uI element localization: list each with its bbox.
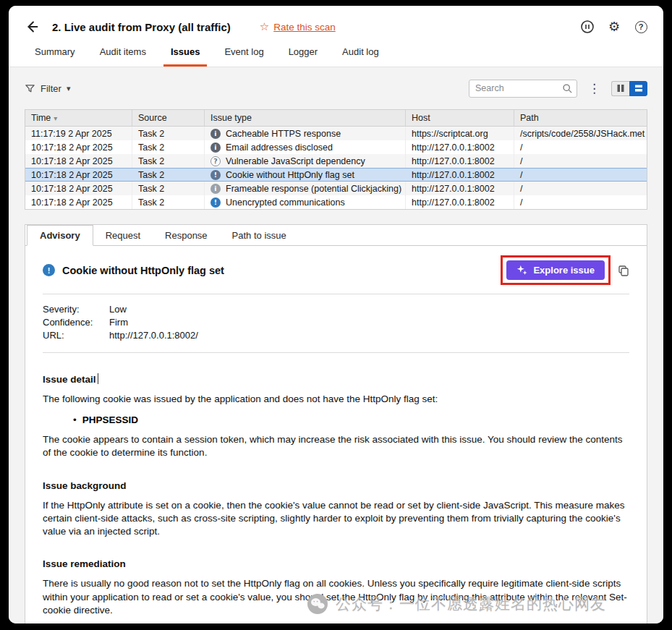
- issue-detail-paragraph: The following cookie was issued by the a…: [43, 393, 629, 406]
- rows-view-icon: [634, 84, 643, 93]
- column-header-time[interactable]: Time ▾: [25, 110, 132, 126]
- tab-logger[interactable]: Logger: [281, 42, 325, 67]
- issue-background-heading: Issue background: [43, 480, 629, 491]
- help-icon: ?: [635, 21, 647, 33]
- alert-icon: !: [210, 170, 221, 180]
- rate-this-scan-link[interactable]: ☆ Rate this scan: [260, 20, 336, 33]
- issues-table: Time ▾ Source Issue type Host Path 11:17…: [25, 109, 647, 210]
- gear-icon: ⚙: [608, 20, 620, 33]
- bullet-icon: •: [73, 414, 77, 425]
- info-icon: i: [210, 142, 221, 153]
- star-icon: ☆: [260, 20, 269, 33]
- issue-remediation-paragraph: There is usually no good reason not to s…: [43, 577, 629, 617]
- table-row[interactable]: 10:17:18 2 Apr 2025 Task 2 iEmail addres…: [25, 140, 647, 154]
- issue-remediation-heading: Issue remediation: [43, 558, 629, 569]
- settings-button[interactable]: ⚙: [606, 19, 622, 35]
- question-icon: ?: [210, 156, 221, 166]
- back-button[interactable]: [23, 17, 42, 36]
- table-row[interactable]: 11:17:19 2 Apr 2025 Task 2 iCacheable HT…: [25, 127, 647, 140]
- help-button[interactable]: ?: [633, 19, 649, 35]
- alert-icon: !: [43, 264, 55, 276]
- tab-event-log[interactable]: Event log: [217, 42, 271, 67]
- pause-scan-button[interactable]: [579, 19, 595, 35]
- table-row[interactable]: 10:17:18 2 Apr 2025 Task 2 !Unencrypted …: [25, 195, 647, 209]
- chevron-down-icon: ▾: [67, 84, 71, 93]
- issue-detail-heading: Issue detail: [43, 373, 629, 385]
- scan-window: 2. Live audit from Proxy (all traffic) ☆…: [9, 6, 663, 623]
- severity-label: Severity:: [43, 304, 109, 315]
- red-annotation-box: Explore issue: [501, 255, 611, 285]
- severity-value: Low: [109, 304, 629, 315]
- tab-advisory[interactable]: Advisory: [27, 225, 93, 246]
- issue-detail-paragraph: The cookie appears to contain a session …: [43, 433, 629, 459]
- tab-summary[interactable]: Summary: [27, 42, 82, 67]
- filter-button[interactable]: Filter ▾: [25, 83, 70, 94]
- issue-title: Cookie without HttpOnly flag set: [62, 265, 224, 276]
- advisory-header: ! Cookie without HttpOnly flag set Explo…: [43, 246, 629, 294]
- table-row-selected[interactable]: 10:17:18 2 Apr 2025 Task 2 !Cookie witho…: [25, 168, 647, 182]
- funnel-icon: [25, 83, 35, 94]
- filter-label: Filter: [41, 83, 61, 94]
- tab-path-to-issue[interactable]: Path to issue: [220, 226, 299, 245]
- pause-circle-icon: [580, 20, 595, 34]
- columns-view-icon: [616, 84, 625, 93]
- explore-issue-label: Explore issue: [533, 265, 595, 276]
- issues-toolbar: Filter ▾ ⋮: [25, 67, 647, 109]
- arrow-left-icon: [25, 19, 41, 35]
- issue-summary-fields: Severity: Low Confidence: Firm URL: http…: [43, 294, 629, 353]
- sort-descending-icon: ▾: [54, 114, 57, 122]
- view-toggle-columns-button[interactable]: [611, 81, 629, 96]
- issue-background-paragraph: If the HttpOnly attribute is set on a co…: [43, 499, 629, 539]
- sparkle-icon: [516, 265, 527, 276]
- issue-detail-panel: Advisory Request Response Path to issue …: [25, 224, 647, 623]
- view-toggle-group: [611, 81, 647, 96]
- confidence-label: Confidence:: [43, 317, 109, 328]
- table-row[interactable]: 10:17:18 2 Apr 2025 Task 2 ?Vulnerable J…: [25, 154, 647, 168]
- info-icon: i: [210, 129, 221, 139]
- tab-audit-items[interactable]: Audit items: [93, 42, 153, 67]
- more-options-button[interactable]: ⋮: [587, 82, 602, 95]
- detail-tab-bar: Advisory Request Response Path to issue: [25, 225, 647, 246]
- advisory-body: ! Cookie without HttpOnly flag set Explo…: [25, 246, 647, 623]
- page-title: 2. Live audit from Proxy (all traffic): [52, 21, 231, 33]
- table-header-row: Time ▾ Source Issue type Host Path: [25, 110, 647, 127]
- issues-content: Filter ▾ ⋮: [9, 67, 663, 623]
- column-header-path[interactable]: Path: [514, 110, 647, 126]
- view-toggle-rows-button[interactable]: [629, 81, 647, 96]
- copy-icon: [618, 265, 629, 276]
- column-header-issue-type[interactable]: Issue type: [205, 110, 406, 126]
- tab-request[interactable]: Request: [93, 226, 153, 245]
- explore-issue-button[interactable]: Explore issue: [506, 260, 605, 280]
- tab-issues[interactable]: Issues: [163, 42, 207, 67]
- confidence-value: Firm: [109, 317, 629, 328]
- tab-audit-log[interactable]: Audit log: [335, 42, 386, 67]
- list-item: •PHPSESSID: [73, 414, 629, 425]
- url-value: http://127.0.0.1:8002/: [109, 330, 629, 341]
- kebab-icon: ⋮: [588, 82, 600, 95]
- column-header-host[interactable]: Host: [406, 110, 514, 126]
- copy-button[interactable]: [618, 265, 629, 276]
- info-icon: i: [210, 184, 221, 194]
- cookie-name: PHPSESSID: [82, 414, 138, 425]
- url-label: URL:: [43, 330, 109, 341]
- rate-this-scan-label: Rate this scan: [273, 22, 336, 33]
- column-header-source[interactable]: Source: [132, 110, 205, 126]
- search-input[interactable]: [469, 80, 577, 98]
- text-caret: [98, 373, 99, 384]
- main-tab-bar: Summary Audit items Issues Event log Log…: [9, 42, 663, 67]
- alert-icon: !: [210, 197, 221, 208]
- window-header: 2. Live audit from Proxy (all traffic) ☆…: [9, 6, 663, 42]
- search-icon: [562, 83, 573, 94]
- table-row[interactable]: 10:17:18 2 Apr 2025 Task 2 iFrameable re…: [25, 182, 647, 195]
- tab-response[interactable]: Response: [153, 226, 220, 245]
